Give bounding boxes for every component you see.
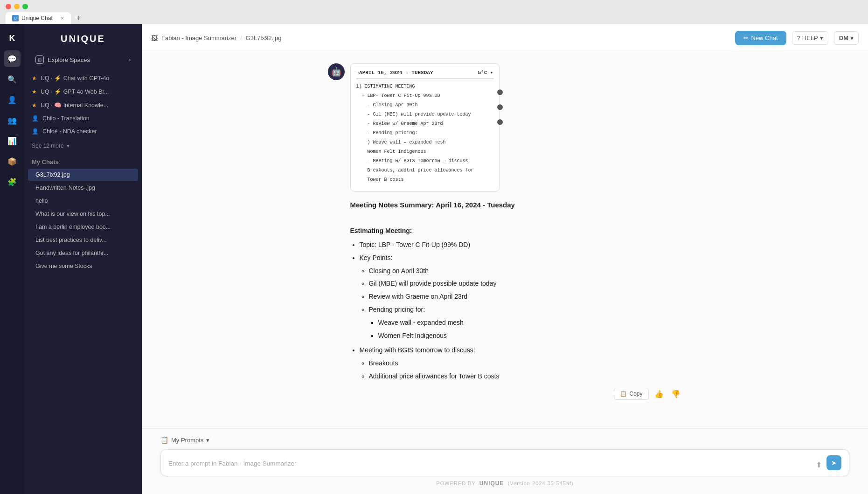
copy-label: Copy [629, 391, 642, 397]
nav-item-label: Chilo - Translation [42, 115, 90, 122]
new-chat-button[interactable]: ✏ New Chat [735, 31, 786, 45]
chat-item-g3l7lx92[interactable]: G3L7lx92.jpg [28, 169, 138, 181]
nav-item-label: UQ · ⚡ GPT-4o Web Br... [41, 88, 109, 95]
browser-chrome: U Unique Chat ✕ + [0, 0, 868, 24]
my-chats-section-title: My Chats [24, 154, 142, 168]
tab-favicon: U [12, 15, 19, 21]
chat-area: 🤖 →APRIL 16, 2024 – TUESDAY 5°C ✦ 1) EST… [142, 52, 868, 428]
see-more-button[interactable]: See 12 more ▾ [24, 140, 142, 152]
new-chat-label: New Chat [751, 34, 778, 41]
notebook-line: 1) ESTIMATING MEETING [356, 83, 493, 90]
breadcrumb-current: G3L7lx92.jpg [246, 34, 282, 41]
copy-button[interactable]: 📋 Copy [614, 388, 648, 400]
breadcrumb-parent[interactable]: Fabian - Image Summarizer [161, 34, 236, 41]
prompts-chevron-icon: ▾ [206, 437, 209, 444]
chat-item-berlin-employee[interactable]: I am a berlin employee boo... [28, 221, 138, 233]
list-item: Meeting with BGIS tomorrow to discuss: B… [360, 345, 682, 382]
chat-icon[interactable]: 💬 [4, 50, 21, 67]
breadcrumb: 🖼 Fabian - Image Summarizer / G3L7lx92.j… [151, 34, 281, 42]
notebook-line: Women Felt Indigenous [356, 148, 493, 156]
upload-icon: ⬆ [816, 461, 822, 469]
notebook-line: → LBP- Tower C Fit-Up 99% DD [356, 92, 493, 100]
group-icon[interactable]: 👥 [4, 112, 21, 129]
sidebar-item-chloe[interactable]: 👤 Chloé - NDA checker [24, 125, 142, 138]
thumbs-up-button[interactable]: 👍 [653, 388, 666, 400]
notebook-line: Breakouts, addtnl price allowances for [356, 167, 493, 174]
chat-item-list-best[interactable]: List best practices to deliv... [28, 234, 138, 246]
bot-message: 🤖 →APRIL 16, 2024 – TUESDAY 5°C ✦ 1) EST… [328, 63, 682, 400]
sidebar-item-uq-gpt4o-web[interactable]: ★ UQ · ⚡ GPT-4o Web Br... [24, 85, 142, 98]
sidebar-item-uq-internal[interactable]: ★ UQ · 🧠 Internal Knowle... [24, 98, 142, 112]
notebook-line: Tower B costs [356, 176, 493, 184]
header-actions: ✏ New Chat ? HELP ▾ DM ▾ [735, 31, 859, 45]
explore-spaces-button[interactable]: ⊞ Explore Spaces › [28, 52, 138, 68]
send-icon: ➤ [831, 459, 837, 467]
nav-item-label: UQ · 🧠 Internal Knowle... [41, 102, 108, 109]
notebook-binding [497, 89, 503, 125]
list-item: Additional price allowances for Tower B … [369, 371, 682, 382]
powered-by-label: POWERED BY [436, 480, 475, 486]
search-icon[interactable]: 🔍 [4, 71, 21, 88]
notebook-body: 1) ESTIMATING MEETING → LBP- Tower C Fit… [356, 83, 493, 184]
user-chevron-icon: ▾ [850, 34, 854, 41]
input-area: 📋 My Prompts ▾ ⬆ ➤ POWERED BY UNIQUE (Ve… [142, 428, 868, 494]
sidebar-item-uq-gpt4o[interactable]: ★ UQ · ⚡ Chat with GPT-4o [24, 71, 142, 85]
top-header: 🖼 Fabian - Image Summarizer / G3L7lx92.j… [142, 24, 868, 52]
nav-item-label: Chloé - NDA checker [42, 128, 97, 135]
list-item: Women Felt Indigenous [378, 330, 682, 342]
puzzle-icon[interactable]: 🧩 [4, 173, 21, 190]
user-menu-button[interactable]: DM ▾ [834, 31, 859, 45]
traffic-lights [6, 4, 862, 9]
input-box: ⬆ ➤ [160, 449, 849, 476]
brand-label: UNIQUE [479, 480, 504, 487]
binding-circle [497, 89, 503, 95]
notebook-line: - Closing Apr 30th [356, 102, 493, 109]
new-chat-icon: ✏ [743, 34, 749, 41]
prompts-icon: 📋 [160, 436, 168, 444]
message-content: →APRIL 16, 2024 – TUESDAY 5°C ✦ 1) ESTIM… [350, 63, 682, 400]
list-item: Gil (MBE) will provide possible update t… [369, 278, 682, 289]
estimating-meeting-list: Topic: LBP - Tower C Fit-Up (99% DD) Key… [350, 240, 682, 382]
binding-circle [497, 119, 503, 125]
chat-item-view-his-top[interactable]: What is our view on his top... [28, 208, 138, 220]
notebook-line: - Pending pricing: [356, 130, 493, 137]
list-item: Topic: LBP - Tower C Fit-Up (99% DD) [360, 240, 682, 251]
sidebar-item-chilo[interactable]: 👤 Chilo - Translation [24, 112, 142, 125]
new-tab-button[interactable]: + [75, 14, 83, 22]
list-item: Breakouts [369, 358, 682, 369]
box-icon[interactable]: 📦 [4, 153, 21, 170]
binding-circle [497, 104, 503, 110]
prompt-input[interactable] [168, 459, 811, 470]
version-label: (Version 2024.35-545af) [508, 480, 574, 486]
breadcrumb-separator: / [240, 34, 242, 41]
notebook-header: →APRIL 16, 2024 – TUESDAY 5°C ✦ [356, 69, 493, 79]
notebook-temp: 5°C ✦ [478, 69, 493, 75]
list-item: Weave wall - expanded mesh [378, 317, 682, 329]
person-icon[interactable]: 👤 [4, 91, 21, 108]
star-icon: ★ [32, 89, 37, 95]
send-button[interactable]: ➤ [826, 455, 841, 470]
chat-item-stocks[interactable]: Give me some Stocks [28, 260, 138, 272]
minimize-button-traffic[interactable] [14, 4, 20, 9]
help-button[interactable]: ? HELP ▾ [792, 31, 828, 45]
key-points-list: Closing on April 30th Gil (MBE) will pro… [360, 266, 682, 342]
chat-item-hello[interactable]: hello [28, 195, 138, 207]
chat-item-philanthr[interactable]: Got any ideas for philanthr... [28, 247, 138, 259]
chat-item-handwritten[interactable]: Handwritten-Notes-.jpg [28, 182, 138, 194]
upload-button[interactable]: ⬆ [815, 460, 823, 470]
estimating-meeting-title: Estimating Meeting: [350, 226, 682, 237]
chart-icon[interactable]: 📊 [4, 132, 21, 149]
my-prompts-button[interactable]: 📋 My Prompts ▾ [160, 434, 209, 446]
browser-tab[interactable]: U Unique Chat ✕ [6, 12, 71, 24]
close-button-traffic[interactable] [6, 4, 11, 9]
maximize-button-traffic[interactable] [22, 4, 28, 9]
help-chevron-icon: ▾ [820, 34, 823, 41]
summary-title: Meeting Notes Summary: April 16, 2024 - … [350, 199, 682, 211]
person-icon: 👤 [32, 128, 39, 135]
thumbs-down-button[interactable]: 👎 [669, 388, 682, 400]
message-actions: 📋 Copy 👍 👎 [350, 388, 682, 400]
nav-item-label: UQ · ⚡ Chat with GPT-4o [41, 75, 109, 82]
tab-close-icon[interactable]: ✕ [60, 15, 64, 21]
user-initials: DM [839, 34, 848, 41]
star-icon: ★ [32, 102, 37, 109]
